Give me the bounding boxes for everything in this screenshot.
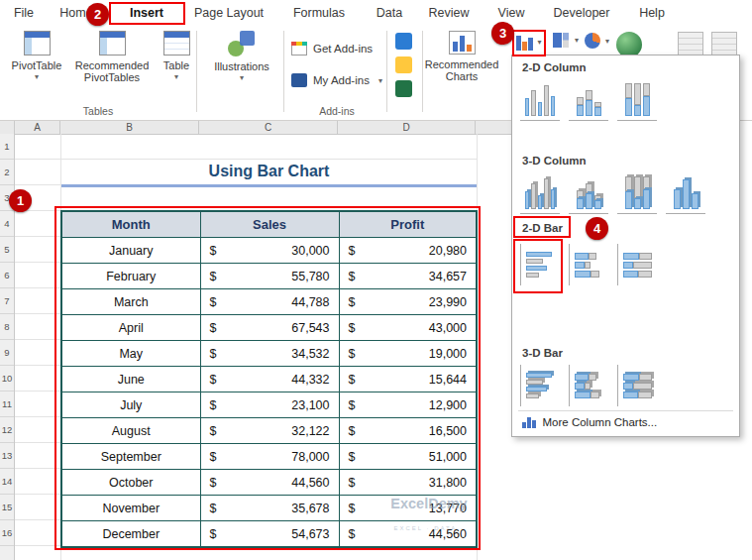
stacked-3d-bar-icon[interactable] bbox=[569, 365, 608, 406]
small-addin-icon-3[interactable] bbox=[395, 80, 412, 97]
recommended-charts-icon bbox=[449, 31, 476, 55]
my-addins-label: My Add-ins bbox=[313, 74, 370, 86]
section-title-3d-bar: 3-D Bar bbox=[522, 347, 563, 359]
row-header[interactable]: 9 bbox=[0, 340, 14, 366]
stacked-100-3d-bar-icon[interactable] bbox=[617, 365, 657, 406]
stacked-column-icon[interactable] bbox=[569, 79, 608, 121]
more-column-charts-label: More Column Charts... bbox=[543, 416, 658, 428]
tab-help[interactable]: Help bbox=[639, 0, 665, 27]
row-header[interactable]: 12 bbox=[0, 417, 14, 443]
pivottable-button[interactable]: PivotTable ▾ bbox=[8, 31, 65, 81]
row-header[interactable]: 5 bbox=[0, 237, 14, 263]
column-header-c[interactable]: C bbox=[199, 120, 338, 134]
menu-divider bbox=[518, 410, 733, 411]
row-header[interactable]: 14 bbox=[0, 469, 14, 495]
clustered-column-icon[interactable] bbox=[520, 79, 560, 121]
stacked-bar-icon[interactable] bbox=[569, 244, 608, 285]
group-divider bbox=[422, 31, 423, 112]
illustrations-label: Illustrations bbox=[214, 60, 269, 72]
recommended-pivottables-icon bbox=[99, 31, 126, 56]
tour-icon[interactable] bbox=[711, 32, 737, 56]
highlight-box-chart-button bbox=[512, 30, 546, 56]
chevron-down-icon: ▾ bbox=[174, 72, 178, 81]
pie-chart-icon bbox=[585, 33, 600, 49]
callout-step-2: 2 bbox=[86, 3, 109, 26]
callout-step-4: 4 bbox=[586, 217, 608, 240]
table-button[interactable]: Table ▾ bbox=[157, 31, 196, 81]
small-addin-icon-2[interactable] bbox=[395, 56, 412, 73]
column-header-d[interactable]: D bbox=[338, 120, 476, 134]
clustered-3d-column-icon[interactable] bbox=[520, 172, 560, 214]
clustered-3d-bar-icon[interactable] bbox=[520, 365, 560, 406]
my-addins-button[interactable]: My Add-ins ▾ bbox=[291, 69, 382, 91]
tab-data[interactable]: Data bbox=[376, 0, 402, 27]
chevron-down-icon: ▾ bbox=[575, 36, 579, 45]
excel-window: File Home Insert Page Layout Formulas Da… bbox=[0, 0, 752, 560]
row-header[interactable]: 7 bbox=[0, 288, 14, 314]
illustrations-icon bbox=[227, 31, 257, 56]
chevron-down-icon: ▾ bbox=[35, 72, 39, 81]
pivottable-label: PivotTable bbox=[12, 59, 62, 71]
group-divider bbox=[386, 31, 387, 112]
row-header[interactable]: 2 bbox=[0, 160, 14, 185]
tab-formulas[interactable]: Formulas bbox=[293, 0, 345, 27]
callout-step-1: 1 bbox=[9, 189, 32, 212]
select-all-corner[interactable] bbox=[0, 120, 15, 134]
row-header[interactable]: 4 bbox=[0, 211, 14, 237]
column-header-b[interactable]: B bbox=[60, 120, 199, 134]
get-addins-button[interactable]: Get Add-ins bbox=[291, 38, 373, 59]
highlight-box-2d-bar-title bbox=[513, 216, 571, 238]
recommended-pivottables-button[interactable]: Recommended PivotTables bbox=[69, 31, 155, 83]
highlight-box-clustered-bar bbox=[513, 239, 563, 293]
pivottable-icon bbox=[24, 31, 51, 56]
row-header[interactable]: 10 bbox=[0, 366, 14, 392]
column-header-filler bbox=[476, 120, 511, 134]
column-header-strip: A B C D bbox=[0, 120, 511, 135]
row-header[interactable]: 13 bbox=[0, 443, 14, 469]
insert-pie-chart-button[interactable]: ▾ bbox=[585, 33, 609, 49]
callout-step-3: 3 bbox=[491, 22, 514, 45]
stacked-100-bar-icon[interactable] bbox=[617, 244, 657, 285]
row-header[interactable]: 11 bbox=[0, 392, 14, 417]
treemap-chart-icon bbox=[553, 33, 570, 48]
my-addins-icon bbox=[291, 73, 307, 87]
more-column-charts-item[interactable]: More Column Charts... bbox=[522, 416, 657, 428]
table-icon bbox=[163, 31, 190, 56]
worksheet-title[interactable]: Using Bar Chart bbox=[61, 159, 477, 183]
section-title-2d-column: 2-D Column bbox=[522, 61, 587, 73]
tab-page-layout[interactable]: Page Layout bbox=[194, 0, 264, 27]
addins-group-label: Add-ins bbox=[285, 105, 388, 117]
stacked-3d-column-icon[interactable] bbox=[569, 172, 608, 214]
small-addin-icon-1[interactable] bbox=[395, 33, 412, 50]
recommended-pivottables-label: Recommended PivotTables bbox=[69, 59, 155, 83]
3d-bar-options bbox=[520, 365, 657, 406]
chart-icon bbox=[522, 416, 536, 428]
section-title-3d-column: 3-D Column bbox=[522, 155, 587, 167]
store-icon bbox=[291, 42, 307, 56]
highlight-box-insert-tab bbox=[109, 2, 185, 25]
column-header-a[interactable]: A bbox=[15, 120, 60, 134]
tables-group-label: Tables bbox=[0, 105, 196, 117]
insert-hierarchy-chart-button[interactable]: ▾ bbox=[553, 33, 579, 48]
title-underline bbox=[61, 184, 477, 187]
chevron-down-icon: ▾ bbox=[240, 73, 244, 82]
row-header[interactable]: 8 bbox=[0, 314, 14, 340]
highlight-box-data-table bbox=[54, 206, 481, 550]
recommended-charts-button[interactable]: Recommended Charts bbox=[428, 31, 495, 82]
chevron-down-icon: ▾ bbox=[605, 37, 609, 46]
group-divider bbox=[283, 31, 284, 112]
3d-column-icon[interactable] bbox=[666, 172, 705, 214]
stacked-100-3d-column-icon[interactable] bbox=[617, 172, 657, 214]
tab-file[interactable]: File bbox=[14, 0, 34, 27]
row-header[interactable]: 16 bbox=[0, 520, 14, 546]
row-header[interactable]: 6 bbox=[0, 263, 14, 288]
pivotchart-icon[interactable] bbox=[678, 32, 703, 56]
row-header[interactable]: 15 bbox=[0, 495, 14, 520]
tab-developer[interactable]: Developer bbox=[554, 0, 610, 27]
tab-review[interactable]: Review bbox=[429, 0, 470, 27]
get-addins-label: Get Add-ins bbox=[313, 43, 373, 55]
3d-column-options bbox=[520, 172, 705, 214]
row-header[interactable]: 1 bbox=[0, 134, 14, 160]
illustrations-button[interactable]: Illustrations ▾ bbox=[206, 31, 277, 82]
stacked-100-column-icon[interactable] bbox=[617, 79, 657, 121]
